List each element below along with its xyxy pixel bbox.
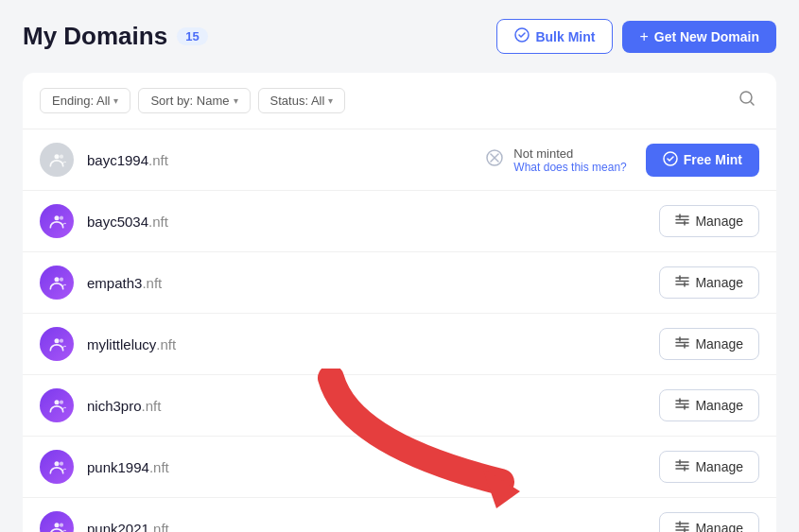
manage-label: Manage (695, 398, 743, 413)
filters-left: Ending: All ▾ Sort by: Name ▾ Status: Al… (40, 88, 345, 113)
manage-button[interactable]: Manage (659, 451, 759, 483)
domain-icon (40, 450, 74, 484)
domain-count-badge: 15 (177, 27, 207, 45)
svg-point-30 (60, 401, 63, 404)
what-does-this-mean-link[interactable]: What does this mean? (513, 161, 626, 174)
svg-point-3 (60, 155, 63, 159)
ending-filter-label: Ending: All (52, 94, 110, 108)
manage-button[interactable]: Manage (659, 512, 759, 532)
manage-icon (675, 520, 689, 532)
domain-icon (40, 143, 74, 177)
manage-button[interactable]: Manage (659, 328, 759, 360)
status-filter-label: Status: All (270, 94, 325, 108)
domain-name: punk2021.nft (87, 521, 659, 533)
domain-row: punk1994.nft Manage (23, 437, 776, 498)
sort-filter-label: Sort by: Name (150, 94, 229, 108)
domain-row: punk2021.nft Manage (23, 498, 776, 532)
svg-point-9 (60, 216, 63, 220)
chevron-down-icon: ▾ (113, 95, 118, 106)
status-filter[interactable]: Status: All ▾ (258, 88, 346, 113)
manage-label: Manage (695, 521, 743, 532)
chevron-down-icon: ▾ (328, 95, 333, 106)
free-mint-label: Free Mint (684, 152, 742, 167)
bulk-mint-button[interactable]: Bulk Mint (496, 19, 613, 54)
manage-icon (675, 397, 689, 414)
svg-point-43 (55, 523, 60, 527)
not-minted-label: Not minted (513, 146, 626, 161)
circle-check-icon (514, 27, 530, 45)
manage-icon (675, 458, 689, 475)
ending-filter[interactable]: Ending: All ▾ (40, 88, 130, 113)
get-domain-label: Get New Domain (654, 29, 759, 44)
not-minted-text: Not minted What does this mean? (513, 146, 626, 174)
plus-icon: + (639, 28, 648, 45)
domain-row: bayc1994.nft Not minted What does this m… (23, 129, 776, 191)
svg-point-23 (60, 339, 63, 343)
domain-name: nich3pro.nft (87, 398, 659, 414)
svg-point-36 (55, 461, 60, 466)
domain-name: punk1994.nft (87, 459, 659, 475)
page-header: My Domains 15 Bulk Mint + Get New Domain (23, 19, 776, 54)
chevron-down-icon: ▾ (234, 95, 238, 106)
manage-label: Manage (695, 336, 743, 352)
header-left: My Domains 15 (23, 22, 208, 51)
domain-icon (40, 511, 74, 532)
domain-icon (40, 327, 74, 361)
svg-point-29 (55, 400, 60, 404)
manage-button[interactable]: Manage (659, 389, 759, 421)
domain-icon (40, 266, 74, 300)
domain-row: nich3pro.nft Manage (23, 375, 776, 437)
search-icon (738, 92, 756, 111)
domain-name: mylittlelucy.nft (87, 336, 659, 352)
domain-name: bayc5034.nft (87, 214, 659, 230)
domain-row: bayc5034.nft Manage (23, 191, 776, 252)
svg-point-15 (55, 277, 60, 282)
header-right: Bulk Mint + Get New Domain (496, 19, 776, 54)
not-minted-icon (485, 148, 504, 172)
domain-icon (40, 204, 74, 238)
get-new-domain-button[interactable]: + Get New Domain (622, 21, 776, 53)
page-container: My Domains 15 Bulk Mint + Get New Domain (0, 0, 799, 532)
domains-panel: Ending: All ▾ Sort by: Name ▾ Status: Al… (23, 73, 776, 532)
manage-button[interactable]: Manage (659, 205, 759, 237)
svg-point-16 (60, 278, 63, 282)
not-minted-section: Not minted What does this mean? (485, 146, 626, 174)
svg-point-22 (55, 338, 60, 343)
svg-point-1 (740, 92, 752, 103)
filters-bar: Ending: All ▾ Sort by: Name ▾ Status: Al… (23, 73, 776, 129)
svg-point-2 (55, 154, 60, 159)
bulk-mint-label: Bulk Mint (535, 29, 595, 44)
domain-name: bayc1994.nft (87, 152, 485, 168)
svg-point-37 (60, 462, 63, 466)
page-title: My Domains (23, 22, 167, 51)
sort-filter[interactable]: Sort by: Name ▾ (138, 88, 250, 113)
svg-point-8 (55, 215, 60, 220)
svg-point-44 (60, 523, 63, 527)
circle-check-icon (663, 151, 678, 169)
domain-icon (40, 388, 74, 422)
manage-icon (675, 274, 689, 291)
manage-icon (675, 335, 689, 352)
domain-row: empath3.nft Manage (23, 252, 776, 314)
domains-list: bayc1994.nft Not minted What does this m… (23, 129, 776, 532)
domain-name: empath3.nft (87, 275, 659, 291)
manage-button[interactable]: Manage (659, 266, 759, 299)
manage-label: Manage (695, 214, 743, 229)
free-mint-button[interactable]: Free Mint (646, 144, 759, 177)
manage-label: Manage (695, 275, 743, 290)
manage-label: Manage (695, 459, 743, 474)
search-button[interactable] (735, 86, 759, 115)
domain-row: mylittlelucy.nft Manage (23, 314, 776, 375)
manage-icon (675, 213, 689, 230)
